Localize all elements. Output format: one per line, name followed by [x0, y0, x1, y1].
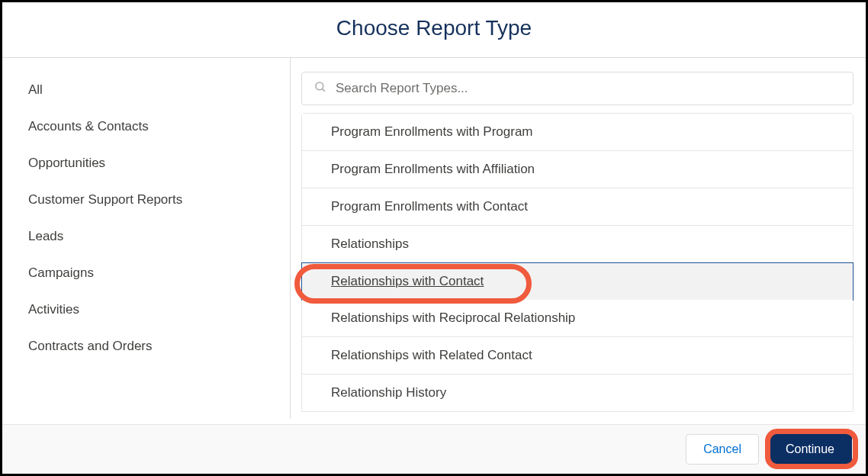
list-item-label: Relationship History — [331, 385, 446, 400]
sidebar-item-all[interactable]: All — [2, 72, 290, 108]
report-type-list: Program Enrollments with Program Program… — [301, 113, 854, 412]
list-item-label: Relationships with Related Contact — [331, 348, 532, 362]
sidebar-item-customer-support[interactable]: Customer Support Reports — [2, 182, 290, 218]
list-item-label: Relationships with Reciprocal Relationsh… — [331, 310, 575, 325]
list-item-label: Program Enrollments with Program — [331, 124, 533, 139]
dialog-content: All Accounts & Contacts Opportunities Cu… — [2, 58, 866, 419]
list-item-label: Program Enrollments with Affiliation — [331, 162, 535, 176]
search-wrap — [301, 72, 854, 105]
list-item[interactable]: Relationships with Reciprocal Relationsh… — [302, 300, 853, 337]
sidebar-item-accounts-contacts[interactable]: Accounts & Contacts — [2, 108, 290, 145]
list-item[interactable]: Program Enrollments with Contact — [302, 188, 853, 226]
sidebar-item-campaigns[interactable]: Campaigns — [2, 255, 290, 291]
sidebar-item-contracts-orders[interactable]: Contracts and Orders — [2, 328, 290, 365]
continue-button[interactable]: Continue — [768, 434, 852, 465]
dialog-header: Choose Report Type — [2, 2, 866, 57]
sidebar-item-activities[interactable]: Activities — [2, 291, 290, 328]
main-panel: Program Enrollments with Program Program… — [291, 58, 866, 419]
categories-sidebar: All Accounts & Contacts Opportunities Cu… — [2, 58, 291, 419]
dialog-footer: Cancel Continue — [2, 424, 866, 474]
cancel-button[interactable]: Cancel — [686, 434, 759, 465]
sidebar-item-opportunities[interactable]: Opportunities — [2, 145, 290, 182]
list-item-label: Program Enrollments with Contact — [331, 199, 528, 214]
list-item-selected[interactable]: Relationships with Contact — [301, 262, 854, 301]
list-item[interactable]: Program Enrollments with Affiliation — [302, 151, 853, 188]
sidebar-item-leads[interactable]: Leads — [2, 218, 290, 255]
list-item-label: Relationships with Contact — [331, 274, 484, 288]
list-item[interactable]: Relationships — [302, 226, 853, 263]
list-item-label: Relationships — [331, 236, 409, 251]
list-item[interactable]: Program Enrollments with Program — [302, 114, 853, 151]
dialog-title: Choose Report Type — [2, 16, 866, 40]
search-input[interactable] — [301, 72, 854, 105]
list-item[interactable]: Relationship History — [302, 375, 853, 411]
list-item[interactable]: Relationships with Related Contact — [302, 337, 853, 375]
